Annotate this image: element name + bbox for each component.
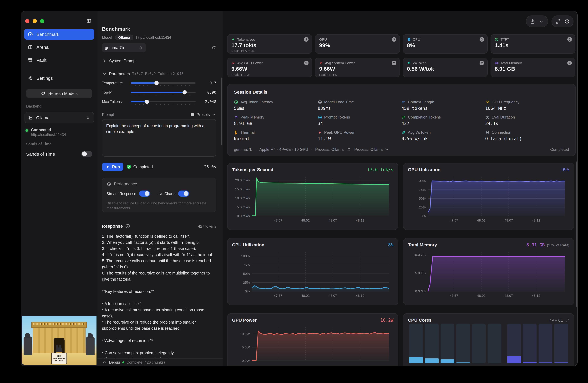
- session-hardware: Apple M4 · 4P+6E · 10 GPU: [259, 147, 308, 152]
- close-button[interactable]: [25, 19, 29, 23]
- zoom-button[interactable]: [40, 19, 44, 23]
- debug-bar[interactable]: Debug Complete (426 chunks): [97, 359, 223, 366]
- sidebar-toggle-icon[interactable]: [86, 18, 93, 24]
- history-button[interactable]: [565, 19, 569, 24]
- help-icon[interactable]: ?: [304, 61, 309, 65]
- parameters-disclosure[interactable]: Parameters T:0.7 P:0.9 Tokens:2,048: [102, 71, 184, 76]
- session-item-thermal: ThermalNormal: [234, 130, 318, 145]
- session-item-model-load-time: Model Load Time839ms: [318, 100, 401, 115]
- ram-icon: [495, 61, 499, 65]
- sidebar-item-arena[interactable]: Arena: [24, 42, 94, 53]
- chart-title: GPU Power: [232, 317, 257, 323]
- chart-title: Total Memory: [408, 242, 437, 247]
- svg-text:48:02: 48:02: [477, 294, 486, 297]
- svg-text:48:07: 48:07: [504, 294, 513, 297]
- chart-current-value: 8%: [388, 242, 393, 247]
- chevron-right-icon: [102, 58, 107, 63]
- refresh-models-button[interactable]: Refresh Models: [26, 89, 92, 98]
- parameters-summary: T:0.7 P:0.9 Tokens:2,048: [132, 72, 184, 76]
- window-controls: [25, 19, 44, 23]
- help-icon[interactable]: ?: [480, 37, 484, 42]
- help-icon[interactable]: ?: [567, 61, 572, 65]
- slider-knob[interactable]: [183, 90, 187, 94]
- svg-text:48:12: 48:12: [356, 219, 364, 222]
- session-item-gpu-frequency: GPU Frequency1064 MHz: [485, 100, 569, 115]
- svg-text:48:02: 48:02: [301, 219, 310, 222]
- server-icon: [28, 115, 33, 120]
- info-icon[interactable]: [125, 224, 130, 229]
- help-icon[interactable]: ?: [304, 37, 309, 42]
- slider-track[interactable]: [131, 82, 196, 84]
- svg-text:75%: 75%: [243, 263, 250, 267]
- session-item-peak-gpu-power: Peak GPU Power11.1W: [318, 130, 401, 145]
- sidebar-item-settings[interactable]: Settings: [24, 73, 94, 84]
- dashboard-scrollbar[interactable]: [576, 161, 577, 307]
- metric-label: Total Memory: [501, 61, 522, 65]
- slider-label: Max Tokens: [102, 100, 131, 104]
- slider-knob[interactable]: [145, 100, 149, 104]
- slider-label: Temperature: [102, 81, 131, 85]
- sands-of-time-toggle[interactable]: [81, 151, 92, 157]
- chart-current-value: 99%: [561, 167, 569, 172]
- leaf-icon: [401, 130, 406, 135]
- response-text[interactable]: 1. The `factorial()` function is defined…: [102, 233, 216, 358]
- stream-response-toggle[interactable]: [139, 191, 150, 197]
- run-button[interactable]: Run: [102, 163, 123, 171]
- slider-max-tokens: Max Tokens2,048: [102, 98, 216, 105]
- metric-card-gpu: GPU99%?: [315, 34, 400, 54]
- toolbar: [526, 16, 573, 27]
- chart-title: GPU Utilization: [408, 167, 441, 172]
- slider-track[interactable]: [131, 101, 196, 102]
- help-icon[interactable]: ?: [392, 37, 396, 42]
- model-select[interactable]: gemma:7b: [102, 43, 146, 52]
- session-footer: gemma:7b · Apple M4 · 4P+6E · 10 GPU · P…: [234, 147, 569, 152]
- model-refresh-icon[interactable]: [211, 45, 216, 50]
- model-backend-pill[interactable]: Ollama: [115, 35, 133, 40]
- help-icon[interactable]: ?: [567, 37, 572, 42]
- metric-value: 8%: [407, 42, 483, 49]
- pixel-statue-right: [86, 337, 95, 355]
- help-icon[interactable]: ?: [392, 61, 396, 65]
- toggle-label: Live Charts: [157, 192, 175, 196]
- help-icon[interactable]: ?: [480, 61, 484, 65]
- svg-text:5.0 tok/s: 5.0 tok/s: [237, 205, 250, 209]
- metric-peak: Peak: 11.1W: [319, 73, 396, 77]
- sidebar-item-vault[interactable]: Vault: [24, 55, 94, 66]
- sidebar-item-label: Benchmark: [37, 32, 59, 37]
- session-item-label: Peak GPU Power: [324, 130, 355, 135]
- presets-button[interactable]: Presets: [190, 112, 216, 117]
- expand-icon[interactable]: [566, 318, 569, 322]
- prompt-input[interactable]: Explain the concept of recursion in prog…: [102, 119, 216, 157]
- metric-cards: Tokens/sec17.7 tok/sPeak: 19.5 tok/s?GPU…: [227, 34, 575, 77]
- system-prompt-disclosure[interactable]: System Prompt: [102, 58, 137, 63]
- metric-value: 9.66W: [231, 66, 308, 72]
- panel-scrollbar[interactable]: [221, 77, 222, 145]
- sands-section-label: Sands of Time: [26, 142, 51, 146]
- expand-button[interactable]: [556, 19, 561, 24]
- minimize-button[interactable]: [33, 19, 37, 23]
- play-icon: [105, 164, 110, 169]
- performance-caption: Disable to reduce UI load during benchma…: [106, 201, 212, 211]
- chart-plot: 0.0W5.0W10.0W: [232, 324, 393, 365]
- slider-temperature: Temperature0.7: [102, 80, 216, 86]
- screen: BenchmarkArenaVaultSettings Refresh Mode…: [0, 0, 588, 383]
- live-charts-toggle[interactable]: [178, 191, 189, 197]
- svg-text:5.0W: 5.0W: [242, 345, 250, 349]
- chip-icon: [407, 38, 411, 41]
- session-item-label: Thermal: [240, 130, 255, 135]
- backend-select[interactable]: Ollama: [24, 112, 94, 123]
- system-prompt-label: System Prompt: [109, 59, 137, 63]
- session-item-value: 34: [318, 121, 401, 126]
- slider-knob[interactable]: [155, 81, 159, 85]
- metric-value: 99%: [319, 42, 396, 49]
- chart-card-gpu-power: GPU Power10.2W0.0W5.0W10.0W: [227, 313, 398, 366]
- model-label: Model: [102, 36, 112, 39]
- slider-track[interactable]: [131, 92, 196, 93]
- process-select[interactable]: Process: Ollama: [354, 147, 389, 152]
- toggle-label: Stream Response: [106, 192, 136, 196]
- chart-value-extra: (37% of RAM): [547, 243, 569, 247]
- performance-card: Performance Stream ResponseLive Charts D…: [102, 178, 216, 212]
- svg-text:20.0 tok/s: 20.0 tok/s: [235, 178, 250, 182]
- share-button[interactable]: [526, 16, 548, 27]
- sidebar-item-benchmark[interactable]: Benchmark: [24, 29, 94, 40]
